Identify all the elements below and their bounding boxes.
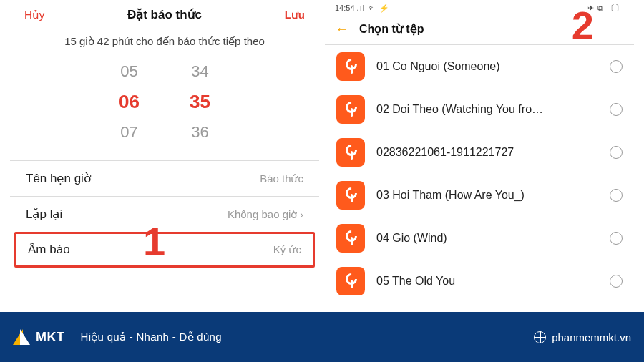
- step-number-2: 2: [572, 6, 594, 46]
- alarm-header: Hủy Đặt báo thức Lưu: [10, 0, 319, 25]
- back-button[interactable]: ←: [335, 21, 349, 37]
- sound-label: Âm báo: [28, 243, 70, 257]
- file-row[interactable]: 02 Doi Theo (Watching You fro…: [325, 88, 634, 131]
- file-picker-title: Chọn từ tệp: [359, 22, 424, 36]
- minute-next: 36: [191, 123, 208, 142]
- footer-site[interactable]: phanmemmkt.vn: [534, 331, 631, 343]
- footer-site-text: phanmemmkt.vn: [552, 331, 631, 343]
- select-radio[interactable]: [610, 232, 623, 245]
- file-row[interactable]: 03 Hoi Tham (How Are You_): [325, 174, 634, 217]
- file-row[interactable]: 05 The Old You: [325, 260, 634, 303]
- sound-value: Ký ức: [273, 243, 301, 256]
- minute-column[interactable]: 34 35 36: [190, 62, 210, 142]
- timer-name-label: Tên hẹn giờ: [26, 171, 91, 186]
- file-row[interactable]: 04 Gio (Wind): [325, 217, 634, 260]
- hour-selected: 06: [119, 91, 140, 113]
- alarm-countdown: 15 giờ 42 phút cho đến báo thức tiếp the…: [10, 35, 319, 48]
- repeat-value: Không bao giờ ›: [228, 208, 303, 221]
- music-file-icon: [336, 267, 365, 295]
- file-name: 02 Doi Theo (Watching You fro…: [376, 103, 598, 116]
- minute-prev: 34: [191, 62, 208, 81]
- file-row[interactable]: 01 Co Nguoi (Someone): [325, 45, 634, 88]
- file-name: 01 Co Nguoi (Someone): [376, 60, 598, 73]
- minute-selected: 35: [190, 91, 210, 113]
- select-radio[interactable]: [610, 275, 623, 288]
- footer-tagline: Hiệu quả - Nhanh - Dễ dùng: [81, 331, 222, 343]
- cancel-button[interactable]: Hủy: [24, 9, 44, 21]
- hour-column[interactable]: 05 06 07: [119, 62, 140, 142]
- music-file-icon: [336, 138, 365, 167]
- hour-prev: 05: [120, 62, 137, 81]
- select-radio[interactable]: [610, 146, 623, 159]
- file-name: 03 Hoi Tham (How Are You_): [376, 189, 598, 202]
- repeat-label: Lặp lại: [26, 207, 62, 222]
- footer-bar: MKT Hiệu quả - Nhanh - Dễ dùng phanmemmk…: [0, 312, 644, 362]
- file-name: 02836221061-1911221727: [376, 146, 598, 159]
- file-name: 05 The Old You: [376, 275, 598, 288]
- file-list: 01 Co Nguoi (Someone)02 Doi Theo (Watchi…: [325, 45, 634, 303]
- globe-icon: [534, 331, 546, 343]
- music-file-icon: [336, 181, 365, 210]
- status-left: 14:54 .ıl ᯤ ⚡: [335, 4, 390, 13]
- status-left-icons: .ıl ᯤ ⚡: [357, 4, 391, 12]
- select-radio[interactable]: [610, 60, 623, 73]
- file-name: 04 Gio (Wind): [376, 232, 598, 245]
- alarm-title: Đặt báo thức: [127, 7, 202, 22]
- music-file-icon: [336, 52, 365, 81]
- time-picker[interactable]: 05 06 07 34 35 36: [10, 62, 319, 142]
- chevron-right-icon: ›: [300, 209, 303, 220]
- hour-next: 07: [120, 123, 137, 142]
- music-file-icon: [336, 95, 365, 124]
- row-timer-name[interactable]: Tên hẹn giờ Báo thức: [10, 160, 319, 196]
- save-button[interactable]: Lưu: [285, 9, 305, 21]
- timer-name-value: Báo thức: [260, 172, 303, 185]
- select-radio[interactable]: [610, 103, 623, 116]
- alarm-editor-screen: Hủy Đặt báo thức Lưu 15 giờ 42 phút cho …: [10, 0, 319, 312]
- status-time: 14:54: [335, 4, 355, 12]
- file-row[interactable]: 02836221061-1911221727: [325, 131, 634, 174]
- music-file-icon: [336, 224, 365, 253]
- brand-logo-footer: MKT Hiệu quả - Nhanh - Dễ dùng: [13, 329, 222, 345]
- step-number-1: 1: [143, 222, 165, 262]
- select-radio[interactable]: [610, 189, 623, 202]
- brand-name-footer: MKT: [36, 330, 65, 345]
